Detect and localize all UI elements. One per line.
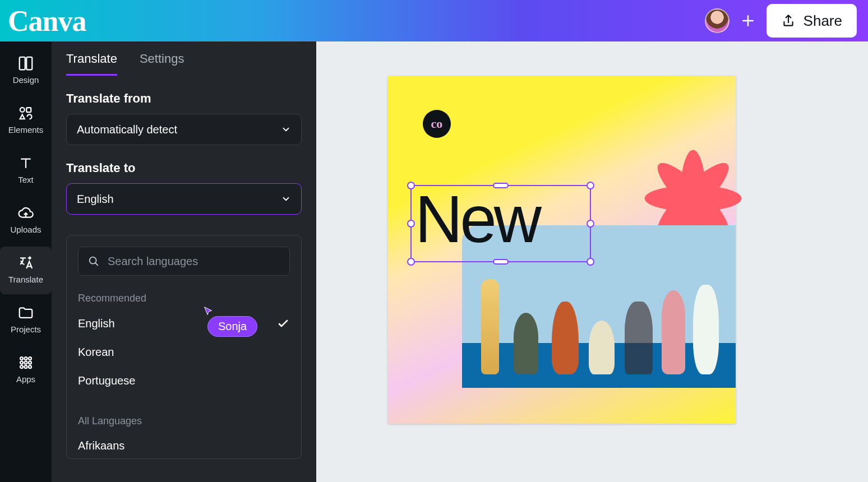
rail-item-translate[interactable]: Translate — [0, 247, 52, 294]
canva-logo: Canva — [8, 4, 86, 38]
translate-panel: Translate Settings Translate from Automa… — [52, 41, 316, 482]
share-icon — [781, 13, 796, 28]
resize-handle-tr[interactable] — [587, 182, 594, 189]
resize-handle-mr[interactable] — [587, 220, 594, 228]
resize-handle-bl[interactable] — [407, 258, 415, 266]
svg-point-2 — [20, 108, 25, 112]
translate-to-select[interactable]: English — [66, 183, 302, 215]
rail-label: Uploads — [10, 225, 41, 234]
resize-handle-mb[interactable] — [493, 259, 509, 265]
search-icon — [87, 255, 100, 267]
elements-icon — [17, 105, 34, 122]
svg-point-8 — [25, 362, 27, 364]
svg-rect-0 — [20, 57, 25, 70]
artboard[interactable]: co New — [388, 76, 736, 424]
share-button[interactable]: Share — [767, 4, 857, 38]
rail-item-apps[interactable]: Apps — [0, 346, 52, 394]
svg-point-10 — [20, 365, 23, 368]
top-bar: Canva Share — [0, 0, 868, 41]
design-icon — [17, 55, 34, 72]
svg-point-4 — [20, 357, 23, 360]
collaborator-badge: Sonja — [207, 316, 257, 337]
translate-to-value: English — [77, 193, 114, 206]
svg-point-13 — [90, 257, 96, 264]
lang-label: Korean — [78, 346, 114, 359]
resize-handle-mt[interactable] — [493, 183, 509, 188]
svg-point-9 — [29, 362, 31, 364]
uploads-icon — [17, 205, 34, 221]
design-text-content[interactable]: New — [412, 186, 590, 252]
resize-handle-ml[interactable] — [407, 220, 415, 228]
lang-item-portuguese[interactable]: Portuguese — [67, 367, 301, 395]
language-search-input[interactable] — [108, 255, 280, 268]
canvas-area[interactable]: co New — [316, 41, 868, 482]
rail-label: Elements — [8, 125, 44, 135]
svg-point-11 — [25, 365, 27, 368]
rail-item-uploads[interactable]: Uploads — [0, 197, 52, 244]
chevron-down-icon — [281, 194, 291, 204]
svg-point-6 — [29, 357, 31, 360]
rail-item-projects[interactable]: Projects — [0, 296, 52, 344]
svg-rect-1 — [26, 57, 32, 70]
translate-icon — [17, 254, 34, 271]
resize-handle-br[interactable] — [587, 258, 594, 266]
lang-label: Afrikaans — [78, 439, 124, 452]
rail-label: Apps — [16, 374, 35, 384]
chevron-down-icon — [281, 124, 291, 135]
translate-from-label: Translate from — [66, 91, 302, 106]
lang-item-afrikaans[interactable]: Afrikaans — [67, 432, 301, 459]
rail-label: Text — [18, 175, 34, 184]
tab-settings[interactable]: Settings — [140, 52, 184, 76]
tab-translate[interactable]: Translate — [66, 52, 117, 76]
lang-label: Portuguese — [78, 374, 135, 387]
rail-label: Design — [13, 75, 39, 85]
design-brandmark[interactable]: co — [423, 110, 451, 138]
text-icon — [17, 155, 34, 172]
projects-icon — [17, 304, 34, 321]
rail-item-text[interactable]: Text — [0, 147, 52, 194]
group-recommended: Recommended — [67, 280, 301, 309]
lang-item-english[interactable]: English — [67, 309, 301, 338]
plus-icon — [741, 13, 755, 28]
resize-handle-tl[interactable] — [407, 182, 415, 189]
rail-item-design[interactable]: Design — [0, 47, 52, 95]
group-all: All Languages — [67, 403, 301, 432]
check-icon — [276, 317, 290, 330]
svg-point-7 — [20, 362, 23, 364]
lang-item-korean[interactable]: Korean — [67, 338, 301, 367]
apps-icon — [17, 354, 34, 371]
share-button-label: Share — [804, 12, 842, 30]
rail-label: Projects — [11, 325, 41, 334]
svg-point-5 — [25, 357, 27, 360]
rail-label: Translate — [8, 275, 43, 284]
translate-to-label: Translate to — [66, 161, 302, 175]
add-collaborator-button[interactable] — [737, 10, 759, 31]
language-dropdown: Recommended English Korean Portuguese Al… — [66, 235, 302, 459]
svg-rect-3 — [26, 108, 31, 112]
language-search[interactable] — [78, 247, 290, 276]
svg-point-12 — [29, 365, 31, 368]
tool-rail: Design Elements Text Uploads Translate P… — [0, 41, 52, 482]
lang-label: English — [78, 317, 115, 330]
translate-from-value: Automatically detect — [77, 123, 177, 136]
translate-from-select[interactable]: Automatically detect — [66, 114, 302, 145]
selected-text-element[interactable]: New — [410, 185, 591, 262]
rail-item-elements[interactable]: Elements — [0, 97, 52, 145]
user-avatar[interactable] — [705, 8, 730, 33]
